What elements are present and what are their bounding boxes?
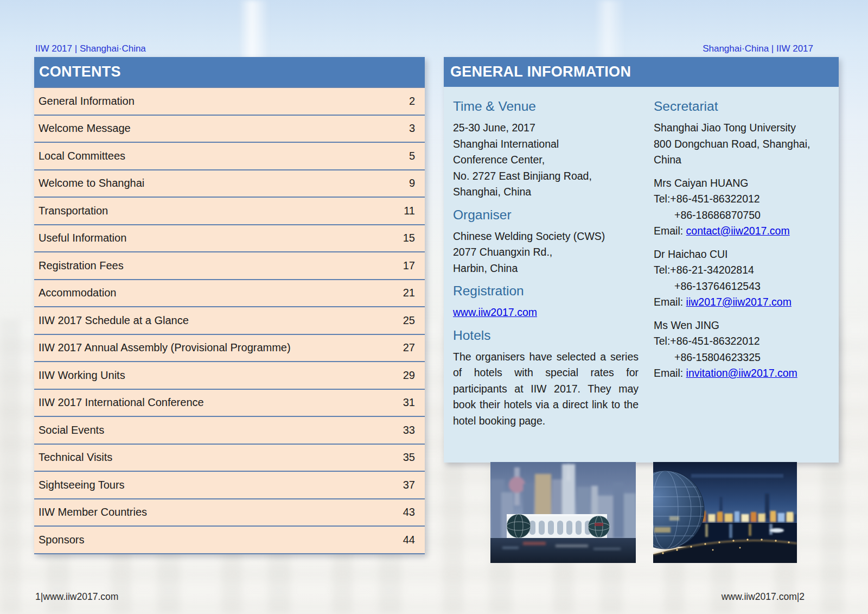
conference-center-photo xyxy=(490,462,636,563)
organiser-line: 2077 Chuangxin Rd., xyxy=(453,244,639,261)
hotels-heading: Hotels xyxy=(453,328,639,343)
toc-item-page-number: 9 xyxy=(409,177,425,189)
toc-row: Welcome to Shanghai 9 xyxy=(34,169,425,197)
time-venue-line: 25-30 June, 2017 xyxy=(453,120,639,136)
toc-item-page-number: 11 xyxy=(404,205,425,217)
contact-tel-secondary: +86-15804623325 xyxy=(654,350,831,366)
organiser-line: Harbin, China xyxy=(453,261,639,277)
toc-row: Sightseeing Tours 37 xyxy=(34,471,425,498)
time-venue-lines: 25-30 June, 2017Shanghai InternationalCo… xyxy=(453,120,639,200)
toc-item-label: Registration Fees xyxy=(34,259,403,272)
contact-email-label: Email: xyxy=(654,296,686,308)
time-venue-section: Time & Venue 25-30 June, 2017Shanghai In… xyxy=(453,99,639,200)
toc-item-label: IIW Working Units xyxy=(34,369,403,382)
toc-row: General Information 2 xyxy=(34,87,425,115)
info-left-column: Time & Venue 25-30 June, 2017Shanghai In… xyxy=(453,99,639,463)
registration-website-link[interactable]: www.iiw2017.com xyxy=(453,306,537,318)
toc-item-page-number: 29 xyxy=(403,369,425,382)
toc-row: Technical Visits 35 xyxy=(34,444,425,471)
general-information-title: GENERAL INFORMATION xyxy=(450,64,631,80)
secretariat-address-line: Shanghai Jiao Tong University xyxy=(654,120,831,136)
contact-email-label: Email: xyxy=(654,367,686,379)
toc-item-label: IIW 2017 Annual Assembly (Provisional Pr… xyxy=(34,341,403,354)
secretariat-contacts: Mrs Caiyan HUANG Tel:+86-451-86322012 +8… xyxy=(654,175,831,382)
general-information-page: GENERAL INFORMATION Time & Venue 25-30 J… xyxy=(444,57,839,463)
toc-row: Transportation 11 xyxy=(34,197,425,224)
time-venue-line: Shanghai International xyxy=(453,136,639,153)
contact-name: Mrs Caiyan HUANG xyxy=(654,175,831,192)
toc-item-page-number: 33 xyxy=(403,424,425,436)
contact-email-line: Email: iiw2017@iiw2017.com xyxy=(654,294,831,311)
hotels-paragraph: The organisers have selected a series of… xyxy=(453,349,639,429)
hotels-section: Hotels The organisers have selected a se… xyxy=(453,328,639,429)
toc-item-page-number: 3 xyxy=(409,122,425,135)
toc-item-label: Useful Information xyxy=(34,232,403,244)
toc-item-label: Welcome to Shanghai xyxy=(34,177,409,189)
toc-item-label: Sightseeing Tours xyxy=(34,479,403,491)
running-header-right: Shanghai·China | IIW 2017 xyxy=(703,43,813,55)
organiser-line: Chinese Welding Society (CWS) xyxy=(453,229,639,245)
contact-name: Ms Wen JING xyxy=(654,318,831,334)
toc-row: IIW Member Countries 43 xyxy=(34,498,425,526)
contact-email-line: Email: invitation@iiw2017.com xyxy=(654,365,831,382)
toc-item-page-number: 37 xyxy=(403,479,425,491)
toc-row: IIW 2017 Annual Assembly (Provisional Pr… xyxy=(34,334,425,362)
contact-block: Dr Haichao CUI Tel:+86-21-34202814 +86-1… xyxy=(654,246,831,311)
time-venue-line: Conference Center, xyxy=(453,152,639,168)
toc-row: Accommodation 21 xyxy=(34,279,425,307)
toc-item-page-number: 17 xyxy=(403,259,425,272)
contents-title: CONTENTS xyxy=(39,64,121,80)
toc-item-label: IIW 2017 International Conference xyxy=(34,396,403,409)
general-information-title-bar: GENERAL INFORMATION xyxy=(444,57,839,87)
toc-row: IIW Working Units 29 xyxy=(34,361,425,389)
organiser-section: Organiser Chinese Welding Society (CWS)2… xyxy=(453,207,639,277)
toc-item-page-number: 27 xyxy=(403,341,425,354)
secretariat-address-line: China xyxy=(654,152,831,168)
contact-tel-secondary: +86-13764612543 xyxy=(654,278,831,295)
contact-email-link[interactable]: iiw2017@iiw2017.com xyxy=(686,296,792,308)
toc-item-page-number: 25 xyxy=(403,314,425,327)
footer-right: www.iiw2017.com|2 xyxy=(722,591,805,603)
contact-name: Dr Haichao CUI xyxy=(654,246,831,263)
toc-row: IIW 2017 International Conference 31 xyxy=(34,389,425,416)
registration-section: Registration www.iiw2017.com xyxy=(453,283,639,321)
toc-item-page-number: 35 xyxy=(403,451,425,464)
secretariat-heading: Secretariat xyxy=(654,99,831,114)
organiser-lines: Chinese Welding Society (CWS)2077 Chuang… xyxy=(453,229,639,277)
contents-table: General Information 2 Welcome Message 3 … xyxy=(34,87,425,554)
toc-row: Local Committees 5 xyxy=(34,142,425,169)
organiser-heading: Organiser xyxy=(453,207,639,223)
toc-row: Registration Fees 17 xyxy=(34,251,425,279)
toc-item-label: Accommodation xyxy=(34,287,403,299)
contact-tel-primary: Tel:+86-21-34202814 xyxy=(654,262,831,278)
toc-item-label: Welcome Message xyxy=(34,122,409,135)
bund-night-photo-art xyxy=(653,462,797,563)
toc-item-page-number: 31 xyxy=(403,396,425,409)
toc-item-label: IIW Member Countries xyxy=(34,506,403,518)
toc-item-label: General Information xyxy=(34,95,409,107)
secretariat-address-line: 800 Dongchuan Road, Shanghai, xyxy=(654,136,831,153)
contact-tel-primary: Tel:+86-451-86322012 xyxy=(654,333,831,350)
toc-row: Useful Information 15 xyxy=(34,224,425,252)
toc-item-page-number: 15 xyxy=(403,232,425,244)
footer-left: 1|www.iiw2017.com xyxy=(35,591,118,603)
toc-row: IIW 2017 Schedule at a Glance 25 xyxy=(34,306,425,334)
toc-item-label: Social Events xyxy=(34,424,403,436)
contact-email-line: Email: contact@iiw2017.com xyxy=(654,223,831,239)
contact-tel-secondary: +86-18686870750 xyxy=(654,207,831,224)
toc-row: Welcome Message 3 xyxy=(34,115,425,142)
secretariat-column: Secretariat Shanghai Jiao Tong Universit… xyxy=(654,99,831,463)
toc-item-page-number: 21 xyxy=(403,287,425,299)
contact-email-link[interactable]: contact@iiw2017.com xyxy=(686,225,790,237)
contact-email-label: Email: xyxy=(654,225,686,237)
contact-block: Ms Wen JING Tel:+86-451-86322012 +86-158… xyxy=(654,318,831,382)
toc-row: Sponsors 44 xyxy=(34,526,425,554)
contents-page: CONTENTS General Information 2 Welcome M… xyxy=(34,57,425,554)
toc-item-label: Sponsors xyxy=(34,534,403,546)
time-venue-heading: Time & Venue xyxy=(453,99,639,114)
toc-item-page-number: 5 xyxy=(409,150,425,162)
time-venue-line: No. 2727 East Binjiang Road, xyxy=(453,168,639,185)
contact-email-link[interactable]: invitation@iiw2017.com xyxy=(686,367,797,379)
general-information-panel: Time & Venue 25-30 June, 2017Shanghai In… xyxy=(444,87,839,463)
contact-block: Mrs Caiyan HUANG Tel:+86-451-86322012 +8… xyxy=(654,175,831,239)
